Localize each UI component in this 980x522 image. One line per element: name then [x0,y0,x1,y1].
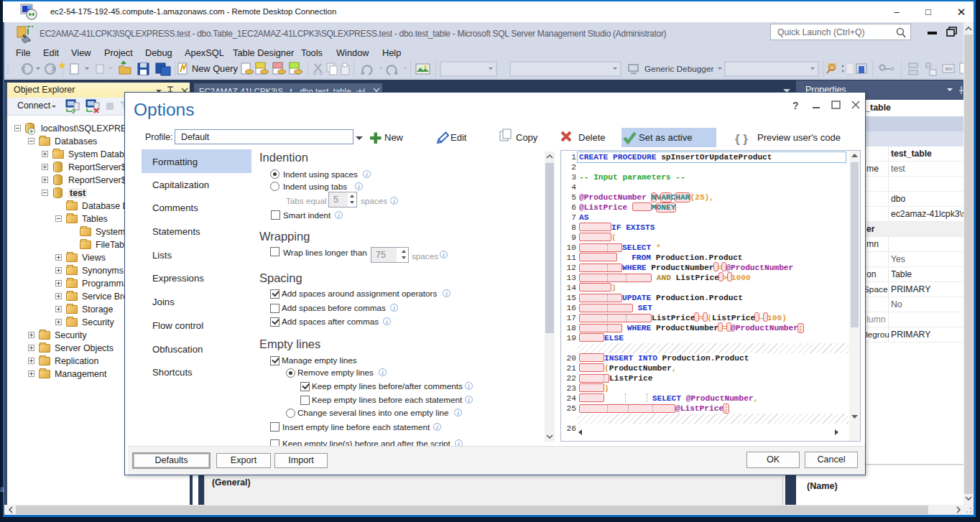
svg-text:?: ? [792,100,799,111]
svg-text:{ }: { } [735,132,748,146]
svg-text:abc: abc [945,66,953,71]
